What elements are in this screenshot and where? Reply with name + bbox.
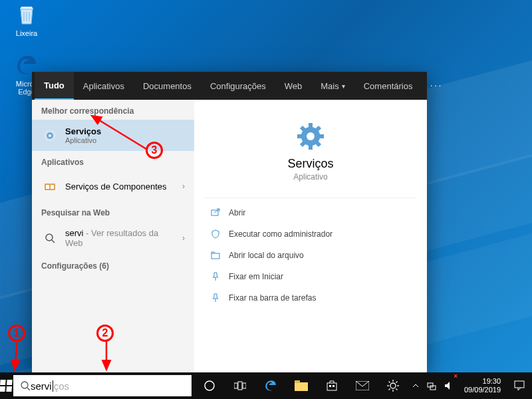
annotation-3: 3 bbox=[146, 142, 163, 159]
svg-point-20 bbox=[205, 381, 214, 390]
start-button[interactable] bbox=[0, 372, 12, 399]
svg-rect-26 bbox=[327, 383, 336, 390]
result-subtitle: Aplicativo bbox=[65, 136, 101, 144]
settings-taskbar-icon[interactable] bbox=[378, 372, 408, 399]
trash-icon bbox=[13, 1, 40, 28]
result-title: Serviços de Componentes bbox=[65, 182, 166, 192]
tab-apps[interactable]: Aplicativos bbox=[74, 72, 134, 100]
svg-point-18 bbox=[21, 382, 28, 388]
section-best-match: Melhor correspondência bbox=[32, 100, 194, 120]
result-best-servicos[interactable]: Serviços Aplicativo bbox=[32, 120, 194, 151]
result-preview: Serviços Aplicativo Abrir Executar como … bbox=[194, 100, 427, 372]
cortana-icon[interactable] bbox=[194, 372, 225, 399]
svg-rect-17 bbox=[211, 253, 219, 259]
svg-rect-22 bbox=[238, 382, 242, 390]
tab-more[interactable]: Mais▾ bbox=[311, 72, 354, 100]
tab-documents[interactable]: Documentos bbox=[134, 72, 201, 100]
search-icon bbox=[41, 229, 59, 247]
svg-rect-27 bbox=[329, 385, 331, 387]
action-center-icon[interactable] bbox=[506, 380, 532, 391]
svg-rect-24 bbox=[295, 382, 308, 391]
svg-point-2 bbox=[49, 134, 51, 137]
svg-rect-23 bbox=[243, 383, 246, 388]
tray-volume-icon[interactable]: × bbox=[440, 372, 459, 399]
result-component-services[interactable]: Serviços de Componentes › bbox=[32, 171, 194, 201]
action-pin-taskbar[interactable]: Fixar na barra de tarefas bbox=[205, 287, 416, 309]
action-open[interactable]: Abrir bbox=[205, 198, 416, 223]
edge-taskbar-icon[interactable] bbox=[255, 372, 286, 399]
recycle-bin-icon[interactable]: Lixeira bbox=[7, 1, 47, 37]
svg-line-36 bbox=[396, 388, 397, 390]
preview-subtitle: Aplicativo bbox=[194, 172, 427, 182]
result-web-search[interactable]: servi - Ver resultados da Web › bbox=[32, 221, 194, 255]
task-view-icon[interactable] bbox=[225, 372, 255, 399]
mail-taskbar-icon[interactable] bbox=[347, 372, 378, 399]
chevron-right-icon: › bbox=[182, 233, 185, 243]
tab-comments[interactable]: Comentários bbox=[354, 72, 422, 100]
search-tabs: Tudo Aplicativos Documentos Configuraçõe… bbox=[32, 72, 427, 100]
preview-title: Serviços bbox=[194, 157, 427, 171]
more-options-icon[interactable]: ··· bbox=[422, 80, 450, 92]
pin-icon bbox=[210, 271, 221, 282]
chevron-right-icon: › bbox=[182, 182, 185, 191]
start-search-panel: Tudo Aplicativos Documentos Configuraçõe… bbox=[32, 72, 427, 372]
action-run-admin[interactable]: Executar como administrador bbox=[205, 223, 416, 245]
store-taskbar-icon[interactable] bbox=[317, 372, 347, 399]
tab-settings[interactable]: Configurações bbox=[201, 72, 275, 100]
gear-icon bbox=[41, 127, 59, 144]
section-web: Pesquisar na Web bbox=[32, 201, 194, 221]
explorer-taskbar-icon[interactable] bbox=[286, 372, 317, 399]
svg-point-6 bbox=[46, 234, 53, 241]
svg-rect-25 bbox=[295, 380, 300, 383]
tray-network-icon[interactable] bbox=[423, 372, 440, 399]
svg-rect-4 bbox=[46, 185, 49, 189]
section-settings[interactable]: Configurações (6) bbox=[32, 255, 194, 275]
svg-rect-21 bbox=[234, 383, 237, 388]
tray-clock[interactable]: 19:30 09/09/2019 bbox=[459, 377, 506, 394]
tray-time: 19:30 bbox=[483, 377, 501, 386]
chevron-down-icon: ▾ bbox=[342, 82, 345, 90]
tab-all[interactable]: Tudo bbox=[35, 72, 74, 100]
svg-line-38 bbox=[396, 382, 397, 383]
preview-gear-icon bbox=[294, 120, 327, 153]
svg-point-30 bbox=[390, 383, 396, 388]
taskbar-search-box[interactable]: serviços bbox=[13, 375, 192, 396]
tab-web[interactable]: Web bbox=[275, 72, 312, 100]
svg-line-35 bbox=[389, 382, 390, 383]
windows-logo-icon bbox=[0, 380, 13, 392]
search-icon bbox=[20, 380, 31, 391]
pin-icon bbox=[210, 293, 221, 303]
system-tray: × 19:30 09/09/2019 bbox=[408, 372, 532, 399]
folder-icon bbox=[210, 250, 221, 261]
tray-chevron-up-icon[interactable] bbox=[408, 372, 423, 399]
tray-date: 09/09/2019 bbox=[464, 386, 501, 394]
recycle-bin-label: Lixeira bbox=[16, 29, 37, 37]
open-icon bbox=[210, 207, 221, 218]
component-icon bbox=[41, 178, 59, 195]
shield-icon bbox=[210, 229, 221, 239]
svg-rect-5 bbox=[51, 185, 54, 189]
taskbar: serviços × 19:30 09/09/2019 bbox=[0, 372, 532, 399]
annotation-2: 2 bbox=[96, 325, 114, 342]
action-pin-start[interactable]: Fixar em Iniciar bbox=[205, 266, 416, 287]
svg-point-15 bbox=[307, 132, 315, 140]
action-open-location[interactable]: Abrir local do arquivo bbox=[205, 245, 416, 266]
svg-rect-41 bbox=[515, 381, 524, 388]
desktop: Lixeira Micros Edge Tudo Aplicativos Doc… bbox=[0, 0, 532, 399]
search-input-suggestion: ços bbox=[54, 380, 69, 392]
search-input-value: servi bbox=[31, 380, 52, 392]
svg-line-37 bbox=[389, 388, 390, 390]
svg-line-19 bbox=[27, 388, 30, 390]
section-apps: Aplicativos bbox=[32, 151, 194, 171]
annotation-1: 1 bbox=[8, 325, 25, 342]
result-title: Serviços bbox=[65, 126, 101, 136]
svg-rect-28 bbox=[332, 385, 334, 387]
svg-line-7 bbox=[52, 240, 55, 243]
